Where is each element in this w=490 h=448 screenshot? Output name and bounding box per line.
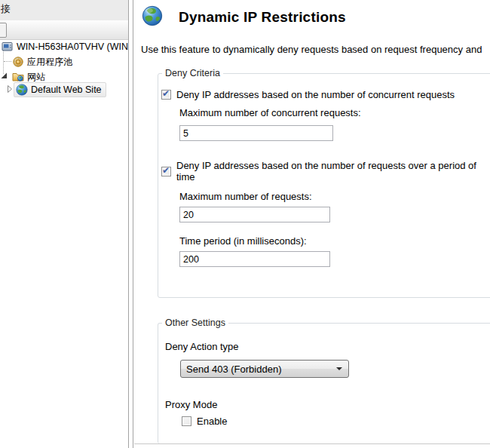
deny-action-type-dropdown[interactable]: Send 403 (Forbidden) — [180, 360, 349, 378]
globe-icon — [142, 5, 163, 26]
concurrent-requests-checkbox-label[interactable]: Deny IP addresses based on the number of… — [176, 89, 455, 100]
iis-dynamic-ip-restrictions-window: 接 WIN-H563HA0TVHV (WIN- 应用程序池 — [0, 0, 490, 448]
collapsed-arrow-icon[interactable] — [7, 85, 13, 93]
other-settings-group: Other Settings Deny Action type Send 403… — [158, 323, 490, 443]
tree-item-application-pools-label: 应用程序池 — [27, 56, 72, 69]
globe-icon — [16, 84, 28, 96]
server-icon — [2, 41, 14, 53]
tree-connector-line — [3, 51, 4, 74]
proxy-enable-checkbox-label[interactable]: Enable — [197, 416, 227, 427]
period-requests-checkbox-label[interactable]: Deny IP addresses based on the number of… — [176, 160, 490, 183]
period-requests-checkbox-row: Deny IP addresses based on the number of… — [161, 158, 490, 184]
period-requests-checkbox[interactable] — [161, 167, 171, 176]
deny-action-type-label: Deny Action type — [165, 341, 239, 352]
max-requests-label: Maximum number of requests: — [179, 191, 312, 202]
max-requests-input[interactable] — [179, 207, 330, 222]
page-title: Dynamic IP Restrictions — [179, 9, 346, 26]
panel-splitter[interactable] — [128, 0, 133, 448]
application-pools-icon — [12, 56, 24, 68]
max-concurrent-input[interactable] — [179, 125, 333, 141]
tree-item-default-web-site[interactable]: Default Web Site — [14, 82, 106, 97]
time-period-input[interactable] — [179, 251, 330, 267]
connections-title-partial: 接 — [1, 2, 11, 16]
tree-item-server[interactable]: WIN-H563HA0TVHV (WIN- — [2, 40, 128, 54]
other-settings-legend: Other Settings — [162, 318, 228, 328]
tree-item-server-label: WIN-H563HA0TVHV (WIN- — [17, 41, 128, 52]
connections-panel-header: 接 — [0, 0, 128, 20]
connections-toolbar — [0, 20, 128, 40]
connections-sidebar: 接 WIN-H563HA0TVHV (WIN- 应用程序池 — [0, 0, 128, 448]
tree-item-application-pools[interactable]: 应用程序池 — [12, 55, 72, 69]
proxy-enable-checkbox[interactable] — [182, 416, 191, 426]
panel-bottom-border — [134, 443, 490, 444]
expanded-arrow-icon[interactable] — [1, 72, 8, 79]
deny-criteria-legend: Deny Criteria — [162, 68, 223, 78]
max-concurrent-label: Maximum number of concurrent requests: — [179, 107, 361, 118]
page-description: Use this feature to dynamically deny req… — [141, 44, 482, 55]
proxy-enable-checkbox-row: Enable — [182, 414, 227, 428]
tree-item-default-web-site-label: Default Web Site — [31, 84, 102, 95]
dropdown-arrow-icon — [336, 367, 342, 370]
dynamic-ip-restrictions-page: Dynamic IP Restrictions Use this feature… — [134, 0, 490, 448]
sites-folder-icon — [12, 71, 24, 83]
deny-action-type-selected-value: Send 403 (Forbidden) — [186, 364, 336, 375]
deny-criteria-group: Deny Criteria Deny IP addresses based on… — [158, 73, 490, 298]
concurrent-requests-checkbox-row: Deny IP addresses based on the number of… — [161, 87, 455, 102]
proxy-mode-label: Proxy Mode — [165, 399, 217, 410]
concurrent-requests-checkbox[interactable] — [161, 90, 171, 100]
tree-item-sites-label: 网站 — [27, 71, 45, 84]
time-period-label: Time period (in milliseconds): — [179, 235, 307, 247]
tree-connector-line — [4, 61, 11, 62]
toolbar-button-fragment[interactable] — [0, 23, 7, 38]
